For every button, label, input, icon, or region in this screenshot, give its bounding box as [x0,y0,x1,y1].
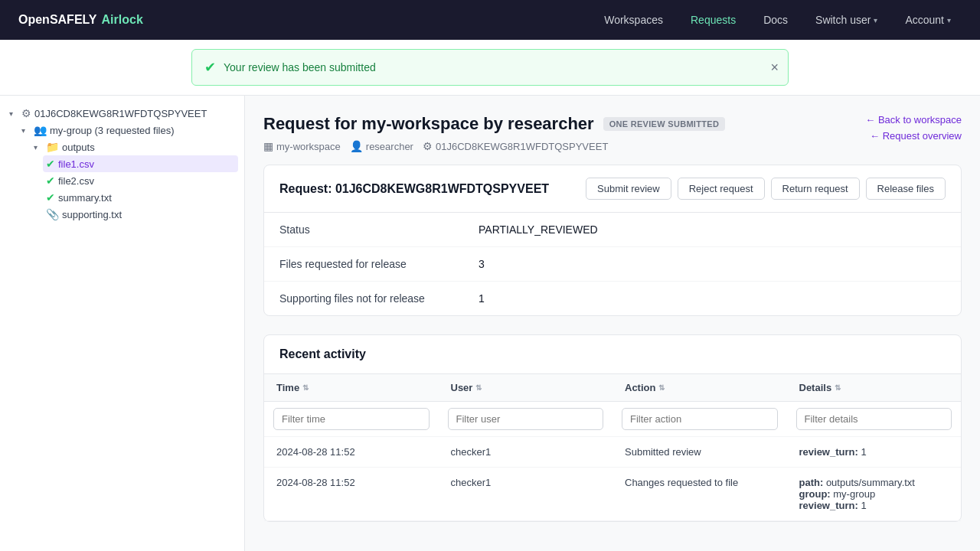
request-overview-link[interactable]: ← Request overview [870,130,962,142]
banner-wrap: ✔ Your review has been submitted × [0,40,980,96]
success-banner: ✔ Your review has been submitted × [191,49,789,86]
breadcrumb-researcher: 👤 researcher [350,140,413,152]
activity-thead: Time ⇅ User ⇅ Action [264,374,961,437]
approved-icon-2: ✔ [46,174,55,187]
filter-details-input[interactable] [796,408,952,430]
breadcrumb-gear-icon: ⚙ [423,140,433,152]
page-header: Request for my-workspace by researcher O… [263,114,962,152]
filter-row [264,402,961,437]
detail-value: my-group [831,488,876,500]
back-workspace-link[interactable]: ← Back to workspace [865,114,962,126]
sidebar: ▾ ⚙ 01J6CD8KEWG8R1WFDTQSPYVEET ▾ 👥 my-gr… [0,96,245,551]
page-title: Request for my-workspace by researcher O… [263,114,725,134]
file-1-label: file1.csv [58,158,94,170]
gear-icon: ⚙ [21,107,31,119]
breadcrumbs: ▦ my-workspace 👤 researcher ⚙ 01J6CD8KEW… [263,140,725,152]
nav-account[interactable]: Account ▾ [894,9,962,31]
sort-time-icon[interactable]: ⇅ [302,383,309,392]
col-action: Action ⇅ [612,374,787,402]
sort-details-icon[interactable]: ⇅ [835,383,841,392]
table-row: 2024-08-28 11:52checker1Submitted review… [264,437,961,468]
tree-file-2[interactable]: ✔ file2.csv [43,172,238,189]
cell-details: review_turn: 1 [787,437,962,468]
switch-user-chevron-icon: ▾ [874,16,877,24]
success-icon: ✔ [204,59,216,76]
col-details: Details ⇅ [787,374,962,402]
brand: OpenSAFELY Airlock [18,13,143,27]
status-label: Status [279,223,479,236]
tree-root[interactable]: ▾ ⚙ 01J6CD8KEWG8R1WFDTQSPYVEET [6,105,238,122]
filter-time-input[interactable] [273,408,430,430]
tree-group-label: my-group (3 requested files) [50,125,175,136]
account-chevron-icon: ▾ [947,16,951,24]
main-content: Request for my-workspace by researcher O… [245,96,980,551]
files-label: Files requested for release [279,258,479,270]
activity-header-row: Time ⇅ User ⇅ Action [264,374,961,402]
supporting-row: Supporting files not for release 1 [264,282,961,315]
reject-request-button[interactable]: Reject request [678,178,765,200]
submit-review-button[interactable]: Submit review [586,178,671,200]
files-value: 3 [479,258,485,270]
cell-time: 2024-08-28 11:52 [264,468,439,521]
detail-key: group: [799,488,831,500]
detail-key: review_turn: [799,500,858,511]
filter-user-input[interactable] [448,408,604,430]
status-row: Status PARTIALLY_REVIEWED [264,213,961,247]
page-layout: ▾ ⚙ 01J6CD8KEWG8R1WFDTQSPYVEET ▾ 👥 my-gr… [0,96,980,551]
request-header: Request: 01J6CD8KEWG8R1WFDTQSPYVEET Subm… [264,165,961,213]
tree-outputs-label: outputs [62,142,95,153]
activity-tbody: 2024-08-28 11:52checker1Submitted review… [264,437,961,521]
nav-docs[interactable]: Docs [753,9,799,31]
filter-details-cell [787,402,962,437]
activity-table: Time ⇅ User ⇅ Action [264,374,961,521]
cell-action: Changes requested to file [612,468,787,521]
detail-value: 1 [858,500,867,511]
detail-key: path: [799,477,824,488]
sort-action-icon[interactable]: ⇅ [658,383,665,392]
supporting-label: Supporting files not for release [279,292,479,305]
supporting-value: 1 [479,292,485,305]
release-files-button[interactable]: Release files [866,178,946,200]
breadcrumb-workspace-label: my-workspace [276,141,341,152]
cell-details: path: outputs/summary.txtgroup: my-group… [787,468,962,521]
group-icon: 👥 [34,124,47,136]
col-user: User ⇅ [439,374,613,402]
cell-action: Submitted review [612,437,787,468]
tree-outputs[interactable]: ▾ 📁 outputs [31,139,238,155]
file-4-label: supporting.txt [62,209,122,220]
detail-value: outputs/summary.txt [823,477,915,488]
brand-open: OpenSAFELY [18,13,97,27]
nav-switch-user[interactable]: Switch user ▾ [805,9,888,31]
banner-close-button[interactable]: × [770,60,779,74]
cell-user: checker1 [439,437,613,468]
status-value: PARTIALLY_REVIEWED [479,223,598,236]
review-badge: ONE REVIEW SUBMITTED [603,117,726,131]
files-row: Files requested for release 3 [264,247,961,282]
info-table: Status PARTIALLY_REVIEWED Files requeste… [264,213,961,315]
nav-workspaces[interactable]: Workspaces [593,9,674,31]
request-card: Request: 01J6CD8KEWG8R1WFDTQSPYVEET Subm… [263,165,962,316]
tree-group[interactable]: ▾ 👥 my-group (3 requested files) [18,122,238,139]
approved-icon-1: ✔ [46,158,55,170]
page-actions: ← Back to workspace ← Request overview [865,114,962,142]
filter-user-cell [439,402,613,437]
breadcrumb-request-id: ⚙ 01J6CD8KEWG8R1WFDTQSPYVEET [423,140,608,152]
title-group: Request for my-workspace by researcher O… [263,114,725,152]
return-request-button[interactable]: Return request [771,178,860,200]
tree-file-3[interactable]: ✔ summary.txt [43,189,238,206]
filter-action-input[interactable] [622,408,778,430]
sort-user-icon[interactable]: ⇅ [475,383,482,392]
nav-requests[interactable]: Requests [680,9,746,31]
cell-user: checker1 [439,468,613,521]
layers-icon: ▦ [263,140,273,152]
navbar: OpenSAFELY Airlock Workspaces Requests D… [0,0,980,40]
folder-icon: 📁 [46,141,59,153]
activity-header: Recent activity [264,335,961,374]
table-row: 2024-08-28 11:52checker1Changes requeste… [264,468,961,521]
tree-file-1[interactable]: ✔ file1.csv [43,155,238,172]
outputs-chevron-icon: ▾ [34,143,43,152]
approved-icon-3: ✔ [46,191,55,204]
tree-file-4[interactable]: 📎 supporting.txt [43,206,238,223]
user-icon: 👤 [350,140,363,152]
filter-action-cell [612,402,787,437]
